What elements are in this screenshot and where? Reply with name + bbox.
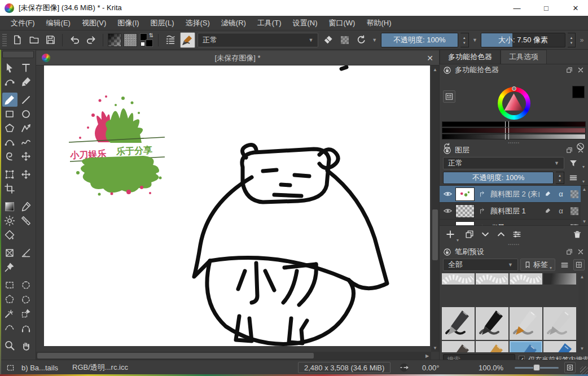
layer-opacity-spinner[interactable]: ▴▾ [556, 172, 564, 184]
tab-tool-options[interactable]: 工具选项 [501, 50, 547, 64]
fit-page-button[interactable] [564, 362, 576, 373]
hue-handle[interactable] [512, 86, 516, 91]
tool-ellipse[interactable] [19, 107, 34, 121]
opacity-slider[interactable]: 不透明度: 100% [381, 33, 458, 47]
tool-rect-select[interactable] [2, 278, 17, 292]
brush-editor-button[interactable] [180, 32, 196, 48]
inherit-alpha-icon[interactable] [569, 222, 580, 226]
close-docker-icon[interactable] [577, 248, 585, 256]
layer-list-scrollbar[interactable]: ▲▼ [581, 186, 588, 225]
saturation-bar[interactable] [442, 128, 586, 133]
canvas-document[interactable]: 小刀娱乐 乐于分享 [44, 65, 430, 346]
foreground-background-colors[interactable]: ⇅ [139, 33, 154, 47]
tool-polyline[interactable] [19, 121, 34, 135]
float-docker-icon[interactable] [565, 146, 573, 154]
layers-menu-caret[interactable]: ▾ [582, 179, 585, 184]
layer-opacity-slider[interactable]: 不透明度: 100% [443, 172, 554, 184]
inherit-alpha-icon[interactable] [569, 206, 580, 217]
menu-item-1[interactable]: 文件(F) [6, 16, 40, 30]
move-layer-down-button[interactable] [480, 229, 490, 239]
float-docker-icon[interactable] [565, 66, 573, 74]
zoom-slider-thumb[interactable] [533, 364, 540, 371]
tool-ellipse-select[interactable] [19, 278, 34, 292]
hue-bar-handle[interactable] [505, 121, 509, 127]
tool-polygon[interactable] [2, 121, 17, 135]
resize-grip[interactable] [580, 366, 588, 374]
menu-item-2[interactable]: 编辑(E) [41, 16, 76, 30]
scroll-up-icon[interactable]: ▲ [431, 65, 439, 73]
color-profile-label[interactable]: RGB/透明...rc.icc [72, 360, 128, 375]
layer-row-2[interactable]: 颜料图层 1α [440, 203, 588, 220]
menu-item-7[interactable]: 滤镜(R) [216, 16, 251, 30]
scroll-down-icon[interactable]: ▼ [431, 344, 439, 352]
menu-item-11[interactable]: 帮助(H) [361, 16, 396, 30]
move-layer-up-button[interactable] [496, 229, 506, 239]
tool-gradient[interactable] [2, 199, 17, 213]
inherit-alpha-icon[interactable] [569, 189, 580, 200]
layer-visibility-icon[interactable] [442, 206, 453, 217]
layer-visibility-icon[interactable] [442, 189, 453, 200]
brush-menu-button[interactable] [558, 259, 571, 271]
selection-mode-button[interactable] [6, 360, 15, 375]
tool-reference-images[interactable] [2, 260, 17, 274]
tool-dynamic-brush[interactable] [2, 149, 17, 163]
layer-visibility-icon[interactable] [442, 222, 453, 226]
brush-preset-marker[interactable] [476, 307, 508, 340]
reload-preset-button[interactable] [354, 33, 368, 47]
alpha-lock-icon[interactable]: α [555, 189, 567, 200]
tab-advanced-color-selector[interactable]: 多功能拾色器 [440, 50, 501, 64]
menu-item-10[interactable]: 窗口(W) [324, 16, 361, 30]
horizontal-scroll-thumb[interactable] [37, 353, 314, 358]
menu-item-9[interactable]: 设置(N) [287, 16, 322, 30]
alpha-lock-icon[interactable]: α [555, 222, 567, 226]
tool-edit-shapes[interactable] [2, 75, 17, 89]
close-docker-icon[interactable] [577, 66, 585, 74]
delete-layer-button[interactable] [572, 229, 582, 239]
toolbar-grip[interactable] [2, 34, 7, 46]
alpha-lock-icon[interactable]: α [555, 206, 567, 217]
save-button[interactable] [43, 33, 58, 47]
brush-tag-filter-dropdown[interactable]: 全部 ▼ [443, 259, 518, 271]
layer-filter-button[interactable] [567, 157, 580, 169]
brush-option-list-button[interactable] [163, 33, 178, 47]
brush-preset-watercolor[interactable] [510, 341, 542, 352]
opacity-dropdown-caret[interactable]: ▼ [471, 37, 479, 43]
brush-preset-paint-brush[interactable] [442, 341, 475, 352]
layer-blending-mode-dropdown[interactable]: 正常 ▼ [443, 157, 564, 169]
hue-bar[interactable] [442, 121, 586, 127]
brush-preset-eraser-large[interactable] [510, 273, 542, 285]
brush-preset-ink-pen[interactable] [442, 307, 475, 340]
layer-properties-button[interactable] [512, 229, 522, 239]
add-layer-caret[interactable]: ▾ [457, 238, 459, 243]
scroll-right-icon[interactable]: ▶ [423, 352, 431, 360]
undo-button[interactable] [67, 33, 82, 47]
tool-crop[interactable] [2, 181, 17, 195]
tool-pan[interactable] [19, 338, 34, 352]
blending-mode-dropdown[interactable]: 正常 ▼ [198, 33, 318, 47]
toolbox-drag-handle[interactable] [2, 51, 34, 58]
tool-smart-patch[interactable] [19, 213, 34, 228]
menu-item-6[interactable]: 选择(S) [180, 16, 214, 30]
color-selector-settings-button[interactable] [443, 90, 455, 103]
tool-transform[interactable] [2, 167, 17, 181]
tool-bezier-curve[interactable] [2, 135, 17, 149]
tool-text[interactable] [19, 60, 34, 75]
pattern-chooser-button[interactable] [124, 33, 137, 47]
tool-pattern-edit[interactable] [2, 213, 17, 228]
tag-button[interactable]: 标签 ▾ [520, 259, 555, 271]
brush-preset-fineliner[interactable] [510, 307, 542, 340]
tool-color-picker[interactable] [19, 199, 34, 213]
opacity-spinner[interactable]: ▴▾ [460, 33, 469, 47]
tool-polygon-select[interactable] [2, 292, 17, 306]
menu-item-5[interactable]: 图层(L) [146, 16, 179, 30]
tool-line[interactable] [19, 93, 34, 107]
swap-colors-icon[interactable]: ⇅ [149, 32, 153, 38]
zoom-percentage[interactable]: 100.0% [479, 360, 503, 375]
current-color-swatch[interactable] [572, 86, 585, 98]
tool-assistants[interactable] [2, 246, 17, 260]
canvas-angle-button[interactable] [398, 360, 410, 375]
brush-preset-brush-pen[interactable] [543, 307, 576, 340]
brush-grid-scrollbar[interactable]: ▲▼ [578, 273, 586, 352]
tool-freehand-path[interactable] [19, 135, 34, 149]
tool-calligraphy[interactable] [19, 75, 34, 89]
